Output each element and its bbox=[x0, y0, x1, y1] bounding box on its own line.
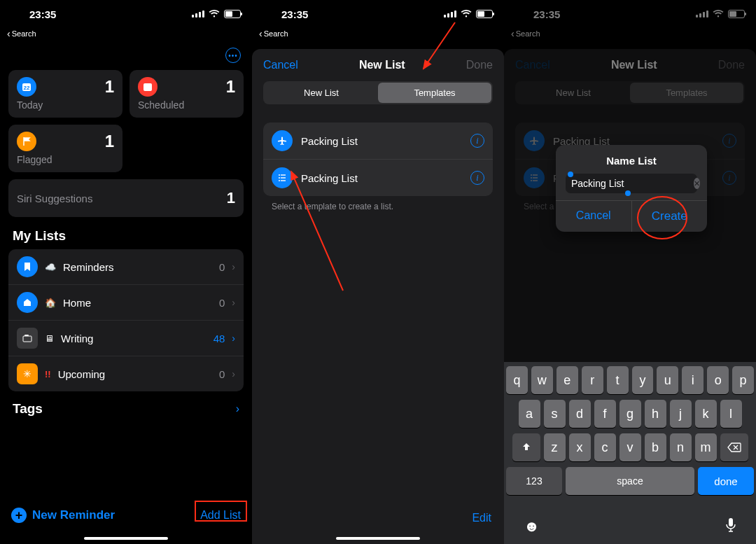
home-indicator[interactable] bbox=[336, 537, 420, 540]
key-v[interactable]: v bbox=[620, 433, 641, 461]
flagged-card[interactable]: 1 Flagged bbox=[8, 125, 122, 172]
list-name: Reminders bbox=[63, 261, 212, 273]
selection-handle-left[interactable] bbox=[568, 172, 573, 177]
key-d[interactable]: d bbox=[569, 400, 591, 428]
key-p[interactable]: p bbox=[732, 366, 754, 394]
key-123[interactable]: 123 bbox=[506, 467, 562, 495]
key-r[interactable]: r bbox=[582, 366, 603, 394]
back-to-search[interactable]: Search bbox=[0, 28, 252, 39]
keyboard[interactable]: q w e r t y u i o p a s d f g h j k l z … bbox=[504, 362, 756, 544]
chevron-right-icon: › bbox=[236, 403, 239, 415]
list-count: 0 bbox=[219, 368, 225, 380]
key-backspace[interactable] bbox=[720, 433, 748, 461]
keyboard-row-2: a s d f g h j k l bbox=[506, 400, 754, 428]
key-o[interactable]: o bbox=[707, 366, 729, 394]
scheduled-count: 1 bbox=[226, 77, 235, 97]
segmented-control[interactable]: New List Templates bbox=[263, 81, 493, 104]
key-w[interactable]: w bbox=[531, 366, 553, 394]
key-done[interactable]: done bbox=[698, 467, 754, 495]
house-emoji-icon: 🏠 bbox=[45, 298, 56, 308]
new-reminder-button[interactable]: + New Reminder bbox=[11, 508, 115, 523]
scheduled-icon bbox=[138, 77, 158, 97]
selection-handle-right[interactable] bbox=[625, 190, 631, 196]
key-m[interactable]: m bbox=[695, 433, 717, 461]
done-button[interactable]: Done bbox=[466, 59, 493, 71]
template-row[interactable]: Packing List i bbox=[263, 160, 493, 196]
chevron-right-icon: › bbox=[232, 368, 235, 379]
key-n[interactable]: n bbox=[670, 433, 692, 461]
list-row-home[interactable]: 🏠 Home 0 › bbox=[8, 285, 244, 321]
svg-point-5 bbox=[279, 174, 280, 176]
key-k[interactable]: k bbox=[695, 400, 717, 428]
list-count: 48 bbox=[214, 333, 225, 344]
info-icon[interactable]: i bbox=[470, 134, 484, 148]
list-name-input-wrap: ✕ bbox=[566, 174, 697, 193]
key-c[interactable]: c bbox=[594, 433, 616, 461]
key-j[interactable]: j bbox=[670, 400, 692, 428]
house-icon bbox=[17, 292, 38, 313]
template-row[interactable]: Packing List i bbox=[263, 123, 493, 160]
key-x[interactable]: x bbox=[569, 433, 591, 461]
key-y[interactable]: y bbox=[632, 366, 654, 394]
signal-icon bbox=[192, 11, 204, 18]
key-u[interactable]: u bbox=[657, 366, 678, 394]
key-h[interactable]: h bbox=[645, 400, 666, 428]
key-f[interactable]: f bbox=[594, 400, 616, 428]
list-count: 0 bbox=[219, 261, 225, 273]
add-list-button[interactable]: Add List bbox=[200, 509, 241, 522]
wifi-icon bbox=[461, 10, 472, 18]
key-t[interactable]: t bbox=[607, 366, 629, 394]
list-count: 0 bbox=[219, 297, 225, 309]
list-name: Writing bbox=[61, 333, 206, 344]
screen-reminders-home: 23:35 Search ••• 22 1 Today bbox=[0, 0, 252, 544]
scheduled-card[interactable]: 1 Scheduled bbox=[130, 70, 244, 118]
key-i[interactable]: i bbox=[682, 366, 704, 394]
list-row-writing[interactable]: 🖥 Writing 48 › bbox=[8, 321, 244, 356]
home-indicator[interactable] bbox=[84, 537, 168, 540]
my-lists-group: ☁️ Reminders 0 › 🏠 Home 0 › 🖥 Writing 48… bbox=[8, 249, 244, 391]
status-right bbox=[192, 10, 241, 18]
list-name-input[interactable] bbox=[571, 178, 694, 189]
back-to-search[interactable]: Search bbox=[252, 28, 504, 39]
today-label: Today bbox=[17, 99, 114, 111]
key-q[interactable]: q bbox=[506, 366, 528, 394]
status-bar: 23:35 bbox=[0, 0, 252, 28]
popup-cancel-button[interactable]: Cancel bbox=[556, 201, 632, 232]
key-z[interactable]: z bbox=[544, 433, 566, 461]
battery-icon bbox=[476, 10, 493, 18]
list-row-reminders[interactable]: ☁️ Reminders 0 › bbox=[8, 249, 244, 285]
popup-create-button[interactable]: Create bbox=[632, 201, 708, 232]
flagged-count: 1 bbox=[105, 132, 114, 151]
key-space[interactable]: space bbox=[566, 467, 694, 495]
siri-suggestions-card[interactable]: Siri Suggestions 1 bbox=[8, 179, 244, 217]
list-bullet-icon bbox=[272, 167, 293, 188]
battery-icon bbox=[224, 10, 241, 18]
svg-point-9 bbox=[279, 180, 280, 181]
svg-rect-19 bbox=[729, 518, 733, 526]
status-time: 23:35 bbox=[11, 8, 192, 20]
edit-button[interactable]: Edit bbox=[472, 512, 491, 524]
key-s[interactable]: s bbox=[544, 400, 566, 428]
info-icon[interactable]: i bbox=[470, 171, 484, 185]
seg-new-list[interactable]: New List bbox=[265, 83, 378, 103]
key-g[interactable]: g bbox=[620, 400, 641, 428]
key-a[interactable]: a bbox=[519, 400, 540, 428]
key-l[interactable]: l bbox=[720, 400, 742, 428]
tags-row[interactable]: Tags › bbox=[8, 391, 244, 426]
status-right bbox=[444, 10, 493, 18]
clear-input-icon[interactable]: ✕ bbox=[694, 178, 700, 189]
seg-templates[interactable]: Templates bbox=[378, 83, 491, 103]
today-card[interactable]: 22 1 Today bbox=[8, 70, 122, 118]
screen-name-list-popup: 23:35 Search Cancel New List Done New Li… bbox=[504, 0, 756, 544]
more-menu-button[interactable]: ••• bbox=[225, 48, 241, 63]
key-e[interactable]: e bbox=[556, 366, 578, 394]
cancel-button[interactable]: Cancel bbox=[263, 59, 298, 71]
key-shift[interactable] bbox=[512, 433, 540, 461]
name-list-popup: Name List ✕ Cancel Create bbox=[556, 145, 707, 232]
chevron-right-icon: › bbox=[232, 261, 235, 272]
svg-text:22: 22 bbox=[24, 85, 30, 91]
list-row-upcoming[interactable]: ✳︎ !! Upcoming 0 › bbox=[8, 356, 244, 391]
key-b[interactable]: b bbox=[645, 433, 666, 461]
dictation-button[interactable] bbox=[725, 517, 736, 537]
emoji-button[interactable]: ☻ bbox=[524, 517, 540, 537]
